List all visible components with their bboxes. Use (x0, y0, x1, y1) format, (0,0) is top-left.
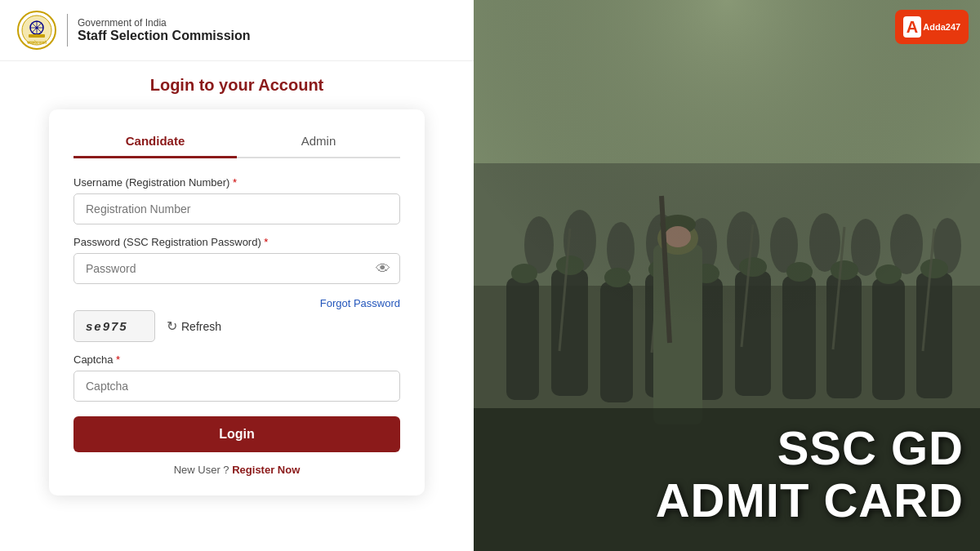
password-wrapper: 👁 (74, 253, 400, 284)
captcha-image: se975 (74, 310, 155, 342)
username-label: Username (Registration Number) * (74, 176, 400, 189)
captcha-row: se975 ↻ Refresh (74, 310, 400, 342)
captcha-input[interactable] (74, 371, 400, 402)
register-row: New User ? Register Now (74, 464, 400, 476)
password-field-group: Password (SSC Registration Password) * 👁 (74, 236, 400, 284)
captcha-label: Captcha * (74, 353, 400, 366)
login-card: Candidate Admin Username (Registration N… (49, 109, 425, 495)
tab-admin[interactable]: Admin (237, 126, 400, 157)
show-password-icon[interactable]: 👁 (376, 260, 390, 278)
page-title: Login to your Account (49, 76, 425, 95)
overlay-text-block: SSC GD ADMIT CARD (656, 422, 964, 527)
header-divider (67, 14, 68, 47)
emblem-icon: सत्यमेव जयते (16, 10, 57, 51)
site-header: सत्यमेव जयते Government of India Staff S… (0, 0, 474, 61)
overlay-line1: SSC GD (656, 422, 964, 474)
username-field-group: Username (Registration Number) * (74, 176, 400, 224)
login-button[interactable]: Login (74, 416, 400, 452)
refresh-label: Refresh (181, 320, 221, 333)
org-name-label: Staff Selection Commission (78, 29, 251, 43)
tabs-container: Candidate Admin (74, 126, 400, 158)
forgot-password-link[interactable]: Forgot Password (320, 297, 400, 309)
left-panel: सत्यमेव जयते Government of India Staff S… (0, 0, 474, 551)
gov-label: Government of India (78, 17, 251, 29)
new-user-text: New User ? (174, 464, 233, 476)
svg-text:सत्यमेव जयते: सत्यमेव जयते (26, 40, 47, 45)
captcha-field-group: Captcha * (74, 353, 400, 402)
overlay-line2: ADMIT CARD (656, 474, 964, 527)
right-panel: A Adda247 SSC GD ADMIT CARD (474, 0, 980, 551)
main-content: Login to your Account Candidate Admin Us… (0, 61, 474, 512)
adda-letter: A (903, 16, 921, 38)
password-label: Password (SSC Registration Password) * (74, 236, 400, 248)
forgot-password-link-container: Forgot Password (74, 295, 400, 310)
adda247-logo: A Adda247 (895, 10, 969, 44)
adda-text: Adda247 (923, 22, 960, 32)
svg-rect-8 (29, 34, 45, 38)
refresh-icon: ↻ (167, 318, 177, 334)
refresh-button[interactable]: ↻ Refresh (167, 318, 221, 334)
tab-candidate[interactable]: Candidate (74, 126, 237, 158)
header-text-block: Government of India Staff Selection Comm… (78, 17, 251, 43)
password-input[interactable] (74, 253, 400, 284)
username-input[interactable] (74, 193, 400, 224)
register-now-link[interactable]: Register Now (232, 464, 300, 476)
